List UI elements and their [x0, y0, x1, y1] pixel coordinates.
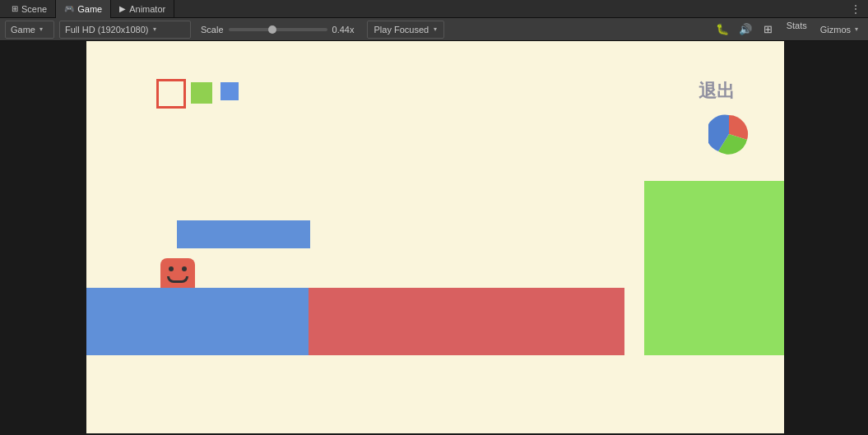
- tab-game[interactable]: 🎮 Game: [56, 0, 111, 18]
- grid-icon-button[interactable]: ⊞: [759, 21, 778, 39]
- viewport-wrapper: 退出: [0, 41, 868, 435]
- scale-slider[interactable]: [229, 28, 327, 31]
- animator-icon: ▶: [119, 4, 126, 13]
- pie-chart: [708, 113, 750, 155]
- tab-bar: ⊞ Scene 🎮 Game ▶ Animator ⋮: [0, 0, 868, 18]
- icon-green-square: [191, 82, 212, 104]
- icon-red-square: [156, 79, 186, 109]
- tab-animator-label: Animator: [129, 4, 165, 14]
- bug-icon: 🐛: [716, 23, 729, 35]
- tab-animator[interactable]: ▶ Animator: [111, 0, 174, 18]
- stats-button[interactable]: Stats: [782, 21, 812, 39]
- stats-label: Stats: [787, 21, 807, 30]
- scale-section: Scale 0.44x: [201, 25, 362, 35]
- platform-float: [177, 220, 310, 248]
- scene-icon: ⊞: [12, 4, 18, 13]
- play-focused-button[interactable]: Play Focused ▾: [367, 21, 445, 39]
- gizmos-label: Gizmos: [820, 25, 851, 35]
- play-focused-label: Play Focused: [374, 25, 429, 35]
- resolution-dropdown-label: Full HD (1920x1080): [65, 25, 149, 35]
- exit-text: 退出: [699, 79, 735, 104]
- game-dropdown-label: Game: [11, 25, 35, 35]
- resolution-dropdown-arrow: ▾: [153, 25, 156, 33]
- tab-scene[interactable]: ⊞ Scene: [3, 0, 56, 18]
- block-green: [644, 181, 784, 355]
- icon-blue-square: [220, 82, 239, 100]
- tab-scene-label: Scene: [21, 4, 47, 14]
- eye-right: [182, 266, 187, 271]
- platform-red: [309, 288, 624, 355]
- play-focused-arrow: ▾: [434, 25, 437, 33]
- gizmos-button[interactable]: Gizmos ▾: [815, 21, 863, 39]
- sound-icon: 🔊: [739, 23, 752, 35]
- toolbar: Game ▾ Full HD (1920x1080) ▾ Scale 0.44x…: [0, 18, 868, 41]
- toolbar-right: 🐛 🔊 ⊞ Stats Gizmos ▾: [713, 21, 863, 39]
- game-viewport[interactable]: 退出: [86, 41, 784, 433]
- grid-icon: ⊞: [764, 23, 773, 35]
- game-dropdown-arrow: ▾: [39, 25, 43, 33]
- platform-left: [86, 288, 309, 355]
- scale-value: 0.44x: [332, 25, 362, 35]
- mouth: [167, 276, 188, 283]
- bug-icon-button[interactable]: 🐛: [713, 21, 732, 39]
- tab-more-button[interactable]: ⋮: [850, 2, 861, 16]
- game-icon: 🎮: [64, 4, 74, 13]
- tab-bar-right: ⋮: [850, 2, 865, 16]
- scale-label: Scale: [201, 25, 224, 35]
- game-dropdown[interactable]: Game ▾: [5, 21, 54, 39]
- tab-game-label: Game: [77, 4, 102, 14]
- gizmos-arrow: ▾: [855, 25, 858, 33]
- resolution-dropdown[interactable]: Full HD (1920x1080) ▾: [59, 21, 191, 39]
- sound-icon-button[interactable]: 🔊: [736, 21, 755, 39]
- eye-left: [169, 266, 174, 271]
